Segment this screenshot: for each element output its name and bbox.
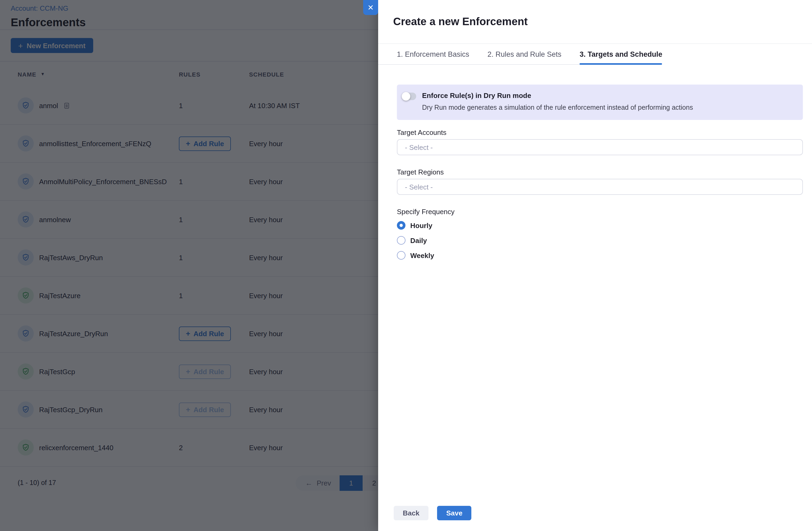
save-button[interactable]: Save	[437, 506, 472, 520]
drawer-title: Create a new Enforcement	[393, 16, 527, 28]
close-icon: ✕	[367, 4, 374, 11]
drawer-header: Create a new Enforcement	[378, 0, 812, 44]
tab-targets-and-schedule[interactable]: 3. Targets and Schedule	[580, 44, 662, 64]
close-button[interactable]: ✕	[363, 0, 378, 15]
create-enforcement-drawer: ✕ Create a new Enforcement 1. Enforcemen…	[378, 0, 812, 531]
dry-run-description: Dry Run mode generates a simulation of t…	[422, 104, 693, 111]
frequency-option-hourly[interactable]: Hourly	[397, 221, 803, 230]
target-accounts-placeholder: - Select -	[405, 143, 433, 151]
frequency-label: Specify Frequency	[397, 208, 803, 216]
screen: Account: CCM-NG Enforcements + New Enfor…	[0, 0, 812, 531]
back-button[interactable]: Back	[394, 506, 429, 520]
toggle-knob	[402, 92, 410, 101]
radio-unchecked-icon[interactable]	[397, 236, 405, 245]
target-regions-label: Target Regions	[397, 168, 803, 176]
radio-unchecked-icon[interactable]	[397, 251, 405, 260]
drawer-body: Enforce Rule(s) in Dry Run mode Dry Run …	[378, 85, 812, 260]
wizard-tabs: 1. Enforcement Basics 2. Rules and Rule …	[378, 44, 657, 65]
target-accounts-select[interactable]: - Select -	[397, 139, 803, 155]
dry-run-toggle[interactable]	[402, 93, 416, 100]
frequency-option-daily[interactable]: Daily	[397, 236, 803, 245]
target-regions-placeholder: - Select -	[405, 183, 433, 191]
drawer-footer: Back Save	[394, 506, 472, 520]
tab-rules-and-rule-sets[interactable]: 2. Rules and Rule Sets	[488, 44, 561, 64]
frequency-radio-group: Hourly Daily Weekly	[397, 221, 803, 260]
frequency-option-weekly[interactable]: Weekly	[397, 251, 803, 260]
tab-enforcement-basics[interactable]: 1. Enforcement Basics	[397, 44, 469, 64]
target-regions-select[interactable]: - Select -	[397, 179, 803, 195]
dry-run-title: Enforce Rule(s) in Dry Run mode	[422, 91, 693, 100]
dry-run-banner: Enforce Rule(s) in Dry Run mode Dry Run …	[397, 85, 803, 120]
target-accounts-label: Target Accounts	[397, 129, 803, 136]
radio-checked-icon[interactable]	[397, 221, 405, 230]
